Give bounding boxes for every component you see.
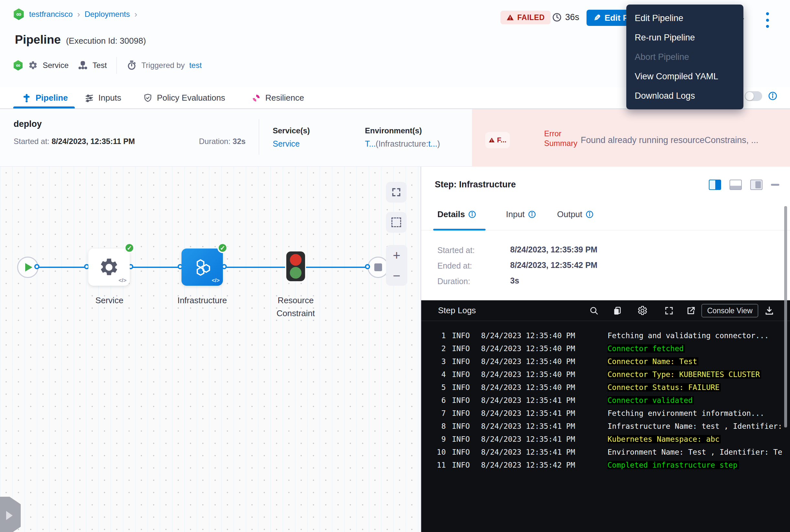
zoom-out-button[interactable]: − xyxy=(393,269,400,282)
info-icon[interactable] xyxy=(768,91,777,101)
stopwatch-icon xyxy=(127,60,137,71)
floating-view-button[interactable] xyxy=(750,179,763,190)
infinity-glyph: ∞ xyxy=(16,10,21,18)
canvas-select-button[interactable] xyxy=(386,212,407,233)
tab-label: Details xyxy=(437,209,465,220)
environments-column-header: Environment(s) xyxy=(365,126,422,135)
tab-inputs[interactable]: Inputs xyxy=(84,88,121,109)
fullscreen-icon xyxy=(391,187,402,197)
environment-value: T...(Infrastructure:t...) xyxy=(365,139,440,149)
success-check-badge: ✓ xyxy=(124,243,135,253)
divider xyxy=(421,230,790,230)
gear-icon xyxy=(28,60,38,71)
log-line: 5INFO8/24/2023 12:35:40 PMConnector Stat… xyxy=(421,383,790,396)
error-summary-message: Found already running resourceConstrains… xyxy=(581,135,775,145)
node-label-service: Service xyxy=(83,294,135,307)
service-link[interactable]: Service xyxy=(273,139,300,149)
info-icon xyxy=(585,210,594,218)
split-right-view-button[interactable] xyxy=(709,179,721,190)
tab-resilience[interactable]: Resilience xyxy=(251,88,304,109)
service-step-node[interactable]: </> xyxy=(88,248,130,286)
external-link-icon xyxy=(686,306,696,316)
tab-label: Inputs xyxy=(98,93,121,103)
error-status-text: F... xyxy=(497,136,506,144)
status-badge: FAILED xyxy=(500,11,551,24)
log-line: 6INFO8/24/2023 12:35:41 PMConnector vali… xyxy=(421,396,790,409)
inputs-icon xyxy=(84,93,94,103)
ended-at-label: Ended at: xyxy=(437,261,472,270)
error-label-line1: Error xyxy=(544,129,561,138)
view-toggle-switch[interactable] xyxy=(745,91,762,101)
active-tab-underline xyxy=(13,107,75,109)
stage-name: deploy xyxy=(14,119,42,129)
tab-label: Input xyxy=(506,209,525,220)
environment-paren: ) xyxy=(437,139,440,148)
zoom-in-button[interactable]: + xyxy=(393,249,400,262)
copy-logs-button[interactable] xyxy=(612,305,623,317)
minimize-panel-button[interactable] xyxy=(771,184,779,186)
error-label-line2: Summary xyxy=(544,139,577,148)
open-in-new-button[interactable] xyxy=(685,305,697,317)
tab-pipeline[interactable]: Pipeline xyxy=(22,88,68,109)
tab-details[interactable]: Details xyxy=(437,209,476,220)
marquee-select-icon xyxy=(391,217,401,227)
panel-scrollbar[interactable] xyxy=(784,206,787,428)
duration-label: Duration: xyxy=(437,277,470,286)
infinity-glyph: ∞ xyxy=(16,62,20,69)
log-line: 7INFO8/24/2023 12:35:41 PMFetching envir… xyxy=(421,409,790,422)
pipeline-icon xyxy=(22,93,32,103)
log-line: 1INFO8/24/2023 12:35:40 PMFetching and v… xyxy=(421,331,790,344)
more-options-kebab-button[interactable] xyxy=(761,11,774,29)
log-settings-button[interactable] xyxy=(637,305,648,317)
step-panel-title: Step: Infrastructure xyxy=(435,179,516,190)
menu-item-rerun-pipeline[interactable]: Re-run Pipeline xyxy=(626,28,744,47)
tab-output[interactable]: Output xyxy=(557,209,594,220)
step-logs-console: Step Logs Console View 1INFO8/24/2023 1 xyxy=(421,300,790,532)
breadcrumb-project-link[interactable]: testfrancisco xyxy=(29,10,73,19)
canvas-fullscreen-button[interactable] xyxy=(386,182,407,203)
ended-at-value: 8/24/2023, 12:35:42 PM xyxy=(510,261,598,270)
expand-logs-button[interactable] xyxy=(663,305,675,317)
success-check-badge: ✓ xyxy=(217,243,228,253)
infrastructure-step-node[interactable]: </> xyxy=(181,248,223,286)
code-icon: </> xyxy=(118,277,127,284)
menu-item-download-logs[interactable]: Download Logs xyxy=(626,86,744,106)
bottom-view-button[interactable] xyxy=(730,179,742,190)
log-lines-list[interactable]: 1INFO8/24/2023 12:35:40 PMFetching and v… xyxy=(421,331,790,474)
trigger-user-link[interactable]: test xyxy=(189,61,202,70)
step-logs-toolbar: Step Logs Console View xyxy=(421,300,790,321)
gear-icon xyxy=(99,257,119,278)
elapsed-time: 36s xyxy=(552,12,579,22)
play-icon xyxy=(25,263,32,271)
chevron-right-icon xyxy=(6,511,13,520)
canvas-zoom-controls: + − xyxy=(386,245,407,286)
chevron-right-icon: › xyxy=(77,10,80,19)
graph-edge xyxy=(39,267,88,268)
breadcrumb-deployments-link[interactable]: Deployments xyxy=(84,10,130,19)
tab-policy-evaluations[interactable]: Policy Evaluations xyxy=(143,88,225,109)
download-logs-button[interactable] xyxy=(764,305,775,317)
triggered-by-label: Triggered by xyxy=(141,61,185,70)
tab-input[interactable]: Input xyxy=(506,209,536,220)
search-logs-button[interactable] xyxy=(588,305,600,317)
graph-edge xyxy=(306,267,368,268)
log-line: 3INFO8/24/2023 12:35:40 PMConnector Name… xyxy=(421,357,790,370)
duration-label: Duration: xyxy=(199,137,230,146)
pipeline-meta-row: ∞ Service Test Triggered by test xyxy=(13,57,202,74)
graph-edge xyxy=(130,267,180,268)
label-line2: Constraint xyxy=(276,308,315,318)
search-icon xyxy=(589,306,599,316)
environment-node-icon xyxy=(78,60,88,71)
infrastructure-link[interactable]: t... xyxy=(428,139,437,148)
tab-label: Pipeline xyxy=(36,93,68,103)
expand-left-panel-handle[interactable] xyxy=(0,497,21,532)
resource-constraint-step-node[interactable] xyxy=(286,251,305,281)
environment-link[interactable]: T... xyxy=(365,139,375,148)
menu-item-edit-pipeline[interactable]: Edit Pipeline xyxy=(626,8,744,28)
console-view-button[interactable]: Console View xyxy=(701,304,758,318)
elapsed-value: 36s xyxy=(565,12,579,22)
menu-item-view-compiled-yaml[interactable]: View Compiled YAML xyxy=(626,66,744,86)
pipeline-graph-canvas[interactable]: </> ✓ </> ✓ Service Infrastructure Resou… xyxy=(0,167,421,532)
status-text: FAILED xyxy=(517,13,545,22)
started-at-label: Started at: xyxy=(437,246,475,255)
